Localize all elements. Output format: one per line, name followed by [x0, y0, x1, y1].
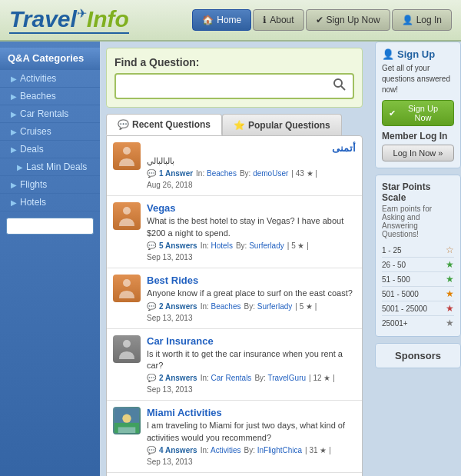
logo-travel: Travel — [9, 6, 77, 32]
sidebar-item-hotels[interactable]: ▶ Hotels — [0, 194, 100, 211]
question-body: Vegas What is the best hotel to stay in … — [147, 202, 356, 261]
sidebar-item-activities[interactable]: ▶ Activities — [0, 70, 100, 88]
list-item: Best Rides Anyone know if a great place … — [107, 268, 362, 328]
search-button[interactable] — [327, 75, 353, 98]
question-body: أتمنى بالبالبالي 💬 1 Answer In: Beaches … — [147, 142, 356, 189]
answer-icon: 💬 — [147, 302, 156, 311]
answer-count: 2 Answers — [159, 374, 197, 382]
main-layout: Q&A Categories ▶ Activities ▶ Beaches ▶ … — [0, 42, 461, 476]
list-item: Miami Activities I am traveling to Miami… — [107, 401, 362, 473]
tab-recent-questions[interactable]: 💬 Recent Questions — [106, 114, 222, 135]
signup-button[interactable]: ✔ Sign Up Now — [382, 100, 454, 126]
person-icon — [118, 338, 136, 361]
arrow-icon: ▶ — [11, 181, 17, 189]
question-title[interactable]: Car Insurance — [147, 335, 214, 347]
login-title: Member Log In — [382, 131, 454, 141]
signup-title: 👤 Sign Up — [382, 48, 454, 60]
question-title[interactable]: أتمنى — [147, 142, 356, 154]
nav-about[interactable]: ℹ About — [253, 9, 303, 31]
author-link[interactable]: Surferlady — [249, 241, 284, 250]
avatar — [113, 202, 141, 230]
answer-icon: 💬 — [147, 374, 156, 382]
star-row: 5001 - 25000 ★ — [382, 301, 454, 316]
question-title[interactable]: Vegas — [147, 202, 176, 214]
author-link[interactable]: Surferlady — [257, 302, 293, 311]
author-link[interactable]: TravelGuru — [267, 374, 306, 382]
sidebar-search-input[interactable] — [6, 218, 94, 235]
arrow-icon: ▶ — [11, 110, 17, 118]
question-excerpt: I am traveling to Miami for just two day… — [147, 420, 356, 444]
question-body: Miami Activities I am traveling to Miami… — [147, 407, 356, 466]
star-row: 51 - 500 ★ — [382, 272, 454, 287]
svg-point-0 — [334, 79, 342, 87]
home-icon: 🏠 — [202, 15, 214, 25]
star-points-box: Star Points Scale Earn points for Asking… — [375, 175, 461, 337]
user-icon: 👤 — [402, 15, 413, 25]
question-title[interactable]: Best Rides — [147, 275, 198, 286]
category-link[interactable]: Activities — [211, 446, 240, 454]
nav-signup[interactable]: ✔ Sign Up Now — [306, 9, 390, 31]
find-question-box: Find a Question: — [106, 48, 363, 108]
star-icon-green: ★ — [446, 274, 454, 285]
sidebar-item-last-min-deals[interactable]: ▶ Last Min Deals — [0, 158, 100, 176]
star-row: 501 - 5000 ★ — [382, 287, 454, 301]
svg-rect-9 — [118, 428, 136, 434]
signup-box: 👤 Sign Up Get all of your questions answ… — [375, 42, 461, 168]
star-icon-green: ★ — [446, 259, 454, 270]
search-box — [114, 73, 354, 99]
question-title[interactable]: Miami Activities — [147, 407, 222, 418]
sidebar-item-beaches[interactable]: ▶ Beaches — [0, 88, 100, 105]
arrow-icon: ▶ — [11, 198, 17, 207]
person-icon — [118, 277, 136, 300]
question-meta: 💬 5 Answers In: Hotels By: Surferlady | … — [147, 241, 356, 261]
sponsors-title: Sponsors — [382, 350, 454, 361]
tab-popular-questions[interactable]: ⭐ Popular Questions — [222, 114, 342, 135]
header: Travel✈Info 🏠 Home ℹ About ✔ Sign Up Now… — [0, 0, 461, 42]
answer-icon: 💬 — [147, 169, 156, 178]
nav-home[interactable]: 🏠 Home — [192, 9, 251, 31]
category-link[interactable]: Car Rentals — [211, 374, 252, 382]
question-meta: 💬 4 Answers In: Activities By: InFlightC… — [147, 446, 356, 466]
answer-icon: 💬 — [147, 241, 156, 250]
answer-count: 5 Answers — [159, 241, 197, 250]
arrow-icon: ▶ — [11, 75, 17, 83]
question-meta: 💬 2 Answers In: Car Rentals By: TravelGu… — [147, 374, 356, 394]
sidebar-item-cruises[interactable]: ▶ Cruises — [0, 123, 100, 141]
avatar — [113, 407, 141, 434]
nav-login[interactable]: 👤 Log In — [392, 9, 452, 31]
chat-icon: 💬 — [118, 119, 129, 130]
category-link[interactable]: Beaches — [211, 302, 241, 311]
login-button[interactable]: Log In Now » — [382, 145, 454, 161]
sidebar-search-area — [0, 211, 100, 241]
star-icon-bronze: ☆ — [446, 245, 454, 255]
svg-point-4 — [123, 279, 131, 287]
star-points-title: Star Points Scale — [382, 181, 454, 203]
sidebar-item-deals[interactable]: ▶ Deals — [0, 141, 100, 158]
sidebar-item-car-rentals[interactable]: ▶ Car Rentals — [0, 105, 100, 123]
star-icon-gray: ★ — [446, 318, 454, 328]
avatar — [113, 275, 141, 302]
question-meta: 💬 1 Answer In: Beaches By: demoUser | 43… — [147, 169, 356, 189]
questions-panel: أتمنى بالبالبالي 💬 1 Answer In: Beaches … — [106, 135, 363, 476]
arrow-icon: ▶ — [11, 145, 17, 154]
search-input[interactable] — [116, 76, 327, 97]
question-excerpt: بالبالبالي — [147, 155, 356, 167]
svg-line-1 — [341, 86, 345, 90]
author-link[interactable]: InFlightChica — [257, 446, 302, 454]
logo: Travel✈Info — [9, 6, 129, 34]
question-excerpt: Is it worth it to get the car insurance … — [147, 348, 356, 372]
list-item: Vegas What is the best hotel to stay in … — [107, 196, 362, 268]
logo-plane: ✈ — [77, 7, 87, 20]
category-link[interactable]: Hotels — [211, 241, 233, 250]
question-body: Car Insurance Is it worth it to get the … — [147, 335, 356, 394]
star-row: 1 - 25 ☆ — [382, 243, 454, 258]
sidebar-item-flights[interactable]: ▶ Flights — [0, 176, 100, 194]
tabs-bar: 💬 Recent Questions ⭐ Popular Questions — [106, 114, 363, 135]
question-body: Best Rides Anyone know if a great place … — [147, 275, 356, 321]
search-icon — [333, 78, 347, 92]
author-link[interactable]: demoUser — [253, 169, 288, 178]
arrow-icon: ▶ — [11, 128, 17, 136]
list-item: أتمنى بالبالبالي 💬 1 Answer In: Beaches … — [107, 136, 362, 196]
category-link[interactable]: Beaches — [207, 169, 237, 178]
question-meta: 💬 2 Answers In: Beaches By: Surferlady |… — [147, 302, 356, 322]
